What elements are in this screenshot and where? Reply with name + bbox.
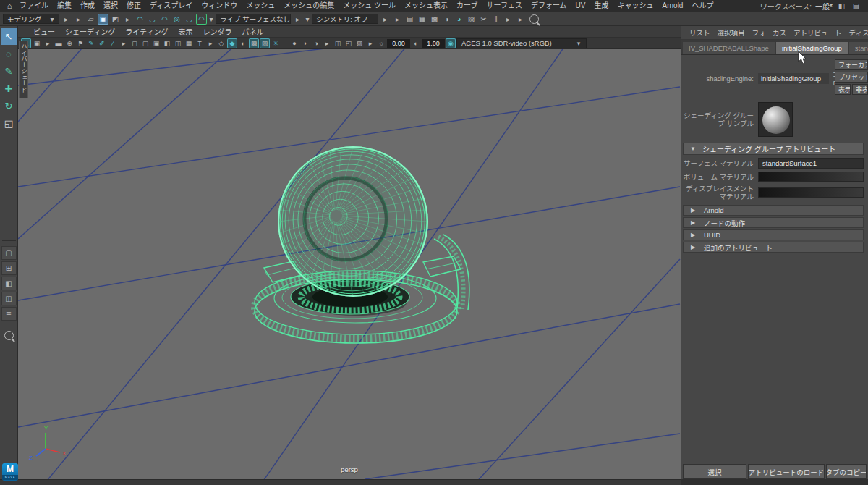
shaded-icon[interactable]: ▢ — [140, 38, 150, 48]
paste-pane-icon[interactable]: ◰ — [344, 38, 354, 48]
select-half-icon[interactable]: ◗ — [300, 38, 310, 48]
menu-item[interactable]: UV — [571, 0, 590, 12]
menu-item[interactable]: メッシュの編集 — [279, 0, 339, 12]
tab-standard-surface[interactable]: standardSurface1 — [849, 42, 868, 54]
menu-chevron-icon[interactable]: ▸ — [292, 14, 303, 25]
viewport-menu-item[interactable]: ビュー — [28, 26, 60, 37]
dropdown-icon[interactable]: ▾ — [208, 14, 214, 25]
workspace-value[interactable]: 一般* — [815, 1, 833, 12]
menu-chevron-icon[interactable]: ▸ — [380, 14, 391, 25]
dropdown-icon[interactable]: ▾ — [305, 14, 310, 25]
load-attributes-button[interactable]: アトリビュートのロード — [748, 464, 825, 479]
menu-chevron-icon[interactable]: ▸ — [122, 14, 133, 25]
menu-item[interactable]: 選択 — [99, 0, 122, 12]
select-circle-icon[interactable]: ◑ — [311, 38, 321, 48]
snap-view-plane-icon[interactable]: ◡ — [184, 14, 195, 25]
panel-layout-icon[interactable]: ▤ — [851, 1, 861, 12]
two-sided-icon[interactable]: ◫ — [173, 38, 183, 48]
ae-menu-item[interactable]: アトリビュート — [790, 28, 846, 38]
menu-chevron-icon[interactable]: ▸ — [503, 14, 514, 25]
exposure-field[interactable]: 0.00 — [387, 39, 410, 48]
ssao-icon[interactable]: ▩ — [249, 38, 259, 48]
wireframe-icon[interactable]: ◻ — [129, 38, 140, 48]
copy-pane-icon[interactable]: ◫ — [333, 38, 343, 48]
paint-select-tool[interactable]: ✎ — [1, 62, 17, 80]
workspace-cube-icon[interactable]: ◧ — [836, 1, 847, 12]
menu-chevron-icon[interactable]: ▸ — [392, 14, 403, 25]
menu-item[interactable]: メッシュ ツール — [339, 0, 400, 12]
menu-item[interactable]: デフォーム — [527, 0, 571, 12]
render-view-icon[interactable]: ▦ — [417, 14, 427, 25]
layout-pane-left-button[interactable]: ◧ — [1, 277, 17, 290]
viewport-menu-item[interactable]: ライティング — [120, 26, 173, 37]
move-tool[interactable]: ✚ — [1, 80, 17, 97]
grease-pencil-icon[interactable]: ✎ — [86, 38, 96, 48]
viewport-menu-item[interactable]: シェーディング — [60, 26, 120, 37]
no-lights-icon[interactable]: ◇ — [216, 38, 226, 48]
aa-toggle-icon[interactable]: ▨ — [260, 38, 270, 48]
presets-button[interactable]: プリセット — [835, 72, 868, 83]
home-icon[interactable]: ⌂ — [4, 1, 15, 12]
select-object-icon[interactable]: ▣ — [98, 14, 109, 25]
default-material-icon[interactable]: ◧ — [162, 38, 172, 48]
lasso-tool[interactable]: ◌ — [1, 45, 17, 62]
menu-item[interactable]: サーフェス — [482, 0, 527, 12]
menu-chevron-icon[interactable]: ▸ — [515, 14, 526, 25]
rotate-tool[interactable]: ↻ — [1, 97, 17, 114]
layout-single-pane-button[interactable]: ▢ — [1, 246, 17, 260]
colorspace-dropdown[interactable]: ACES 1.0 SDR-video (sRGB) ▾ — [456, 38, 587, 48]
menu-item[interactable]: メッシュ — [242, 0, 279, 12]
all-lights-icon[interactable]: ◆ — [227, 38, 237, 48]
collapsed-section-header[interactable]: ▶ UUID — [683, 229, 864, 240]
menu-item[interactable]: Arnold — [658, 0, 688, 12]
gamma-icon[interactable]: ◐ — [411, 38, 421, 48]
shading-group-sample-swatch[interactable] — [758, 102, 793, 137]
bookmark-icon[interactable]: ⚑ — [75, 38, 85, 48]
tab-shape-node[interactable]: IV_SHADERABALLShape — [683, 42, 775, 54]
menu-set-dropdown[interactable]: モデリング ▾ — [3, 14, 59, 24]
menu-item[interactable]: 生成 — [590, 0, 613, 12]
menu-chevron-icon[interactable]: ▸ — [73, 14, 84, 25]
focus-button[interactable]: フォーカス — [835, 59, 868, 70]
displacement-material-field[interactable] — [758, 187, 864, 198]
section-shading-group-attributes[interactable]: ▼ シェーディング グループ アトリビュート — [683, 143, 864, 155]
menu-item[interactable]: 編集 — [53, 0, 76, 12]
shaded-textured-icon[interactable]: ▣ — [151, 38, 161, 48]
isolate-select-icon[interactable]: ▨ — [354, 38, 365, 48]
ipr-render-icon[interactable]: ◑ — [441, 14, 452, 25]
symmetry-field[interactable]: シンメトリ: オフ — [312, 14, 378, 24]
gamma-field[interactable]: 1.00 — [422, 39, 445, 48]
display-layer-icon[interactable]: ▨ — [466, 14, 477, 25]
snap-grid-icon[interactable]: ◠ — [135, 14, 145, 25]
select-component-icon[interactable]: ◩ — [110, 14, 121, 25]
layout-pane-split-button[interactable]: ◫ — [1, 292, 17, 305]
pause-icon[interactable]: ‖ — [490, 14, 501, 25]
scale-tool[interactable]: ◱ — [1, 114, 17, 132]
menu-item[interactable]: ウィンドウ — [197, 0, 242, 12]
ae-menu-item[interactable]: 選択項目 — [714, 28, 749, 38]
viewport-canvas[interactable]: Y X Z persp — [18, 49, 681, 479]
ae-menu-item[interactable]: フォーカス — [749, 28, 791, 38]
menu-item[interactable]: 修正 — [122, 0, 145, 12]
search-icon[interactable] — [529, 14, 539, 24]
show-button[interactable]: 表示 — [835, 84, 851, 95]
tab-initial-shading-group[interactable]: initialShadingGroup — [776, 42, 848, 54]
hypershade-side-tab[interactable]: ハイパーシェード — [19, 41, 28, 98]
shading-engine-field[interactable]: initialShadingGroup — [758, 73, 829, 84]
make-live-icon[interactable]: ◠ — [196, 14, 207, 25]
collapsed-section-header[interactable]: ▶ ノードの動作 — [683, 217, 864, 228]
flat-shade-icon[interactable]: ▦ — [184, 38, 194, 48]
hide-button[interactable]: 非表示 — [852, 84, 868, 95]
multisample-icon[interactable]: ▣ — [32, 38, 42, 48]
camera-settings-icon[interactable]: ▬ — [54, 38, 64, 48]
select-hierarchy-icon[interactable]: ▱ — [85, 14, 96, 25]
select-tool[interactable]: ↖ — [1, 28, 17, 45]
menu-item[interactable]: ディスプレイ — [145, 0, 197, 12]
cut-icon[interactable]: ✂ — [478, 14, 489, 25]
menu-chevron-icon[interactable]: ▸ — [61, 14, 72, 25]
teal-slash-icon[interactable]: ∕ — [108, 38, 118, 48]
menu-item[interactable]: メッシュ表示 — [400, 0, 452, 12]
viewport-menu-item[interactable]: 表示 — [174, 26, 198, 37]
volume-material-field[interactable] — [758, 172, 864, 182]
layout-four-pane-button[interactable]: ⊞ — [1, 261, 17, 275]
